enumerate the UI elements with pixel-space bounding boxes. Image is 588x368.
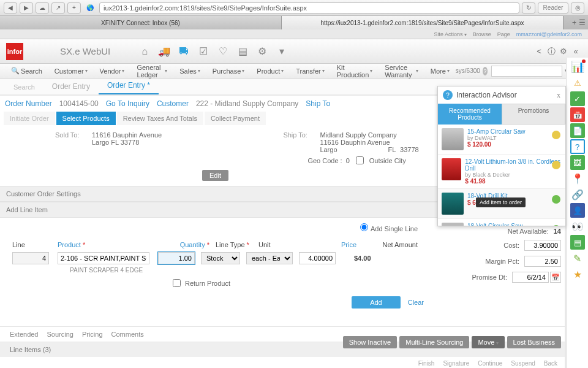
- footer-suspend[interactable]: Suspend: [511, 360, 535, 367]
- menu-purchase[interactable]: Purchase: [206, 67, 251, 75]
- footer-signature[interactable]: Signature: [443, 360, 469, 367]
- workspace-search[interactable]: Search: [5, 80, 43, 94]
- menu-warranty[interactable]: Service Warranty: [379, 64, 424, 79]
- rail-check-icon[interactable]: ✓: [570, 91, 585, 106]
- menu-product[interactable]: Product: [251, 67, 290, 75]
- lost-business-button[interactable]: Lost Business: [507, 336, 561, 348]
- outside-city-checkbox[interactable]: [356, 156, 364, 164]
- forward-button[interactable]: ▶: [20, 2, 33, 13]
- footer-finish[interactable]: Finish: [418, 360, 435, 367]
- advisor-close-icon[interactable]: x: [557, 91, 560, 100]
- shipto-link[interactable]: Ship To: [306, 99, 330, 108]
- advisor-help-icon[interactable]: ?: [443, 90, 453, 100]
- tool-icon[interactable]: ⚙: [254, 43, 271, 60]
- truck-icon[interactable]: 🚚: [156, 43, 173, 60]
- tab-pricing[interactable]: Pricing: [82, 331, 103, 338]
- info-icon[interactable]: ⓘ: [545, 46, 557, 57]
- rail-alert-icon[interactable]: ⚠: [570, 75, 585, 90]
- home-icon[interactable]: ⌂: [136, 43, 153, 60]
- cloud-icon[interactable]: ☁: [36, 2, 49, 13]
- margin-input[interactable]: [524, 256, 561, 267]
- col-product[interactable]: Product *: [58, 241, 158, 248]
- url-bar[interactable]: iux2013-1.gdeinfor2.com:1819/sites/Site9…: [99, 2, 519, 13]
- rail-contact-icon[interactable]: 👤: [570, 203, 585, 218]
- tab-comments[interactable]: Comments: [111, 331, 144, 338]
- menu-customer[interactable]: Customer: [48, 67, 94, 75]
- search-menu[interactable]: 🔍 Search: [5, 67, 48, 75]
- price-input[interactable]: [299, 252, 336, 264]
- col-qty[interactable]: Quantity *: [158, 241, 209, 248]
- product-input[interactable]: [58, 252, 149, 264]
- step-payment[interactable]: Collect Payment: [205, 112, 266, 125]
- linetype-select[interactable]: Stock: [201, 252, 240, 264]
- sp-page[interactable]: Page: [497, 31, 510, 37]
- tab-sourcing[interactable]: Sourcing: [47, 331, 73, 338]
- move-button[interactable]: Move: [472, 336, 504, 348]
- step-select-products[interactable]: Select Products: [56, 112, 116, 125]
- footer-continue[interactable]: Continue: [478, 360, 502, 367]
- goto-inquiry-link[interactable]: Go To Inquiry: [106, 99, 149, 108]
- quick-search-input[interactable]: [491, 66, 562, 77]
- add-button[interactable]: +: [67, 2, 81, 13]
- col-price[interactable]: Price: [307, 241, 356, 248]
- advisor-tab-promotions[interactable]: Promotions: [502, 104, 565, 125]
- rail-doc-icon[interactable]: 📄: [570, 123, 585, 138]
- step-review[interactable]: Review Taxes And Totals: [117, 112, 203, 125]
- sp-user[interactable]: mmazzoni@gdeinfor2.com: [516, 31, 582, 37]
- rail-link-icon[interactable]: 🔗: [570, 187, 585, 202]
- menu-gl[interactable]: General Ledger: [130, 64, 173, 79]
- tab-menu-icon[interactable]: ☰: [579, 18, 586, 27]
- clear-link[interactable]: Clear: [408, 299, 424, 306]
- advisor-tab-recommended[interactable]: Recommended Products: [438, 104, 502, 125]
- show-inactive-button[interactable]: Show Inactive: [343, 336, 397, 348]
- add-button[interactable]: Add: [352, 296, 401, 309]
- heart-icon[interactable]: ♡: [214, 43, 232, 60]
- task-icon[interactable]: ☑: [195, 43, 212, 60]
- customer-link[interactable]: Customer: [157, 99, 189, 108]
- rail-edit-icon[interactable]: ✎: [570, 251, 585, 266]
- add-single-line-radio[interactable]: Add Single Line: [357, 221, 418, 232]
- calendar-icon[interactable]: 📅: [550, 272, 561, 283]
- menu-vendor[interactable]: Vendor: [94, 67, 131, 75]
- step-initiate[interactable]: Initiate Order: [4, 112, 55, 125]
- rail-calendar-icon[interactable]: 📅: [570, 107, 585, 122]
- unit-select[interactable]: each - Each: [246, 252, 293, 264]
- rail-star-icon[interactable]: ★: [570, 267, 585, 282]
- browser-tab[interactable]: https://iux2013-1.gdeinfor2.com:1819/sit…: [282, 16, 564, 29]
- rail-binoculars-icon[interactable]: 👀: [570, 219, 585, 234]
- quantity-input[interactable]: [158, 252, 195, 264]
- menu-kit[interactable]: Kit Production: [331, 64, 379, 79]
- advisor-item[interactable]: 18-Volt Circular Saw: [438, 219, 565, 226]
- share-icon[interactable]: ↗: [51, 2, 65, 13]
- advisor-item[interactable]: 12-Volt Lithium-Ion 3/8 in. Cordless Dri…: [438, 155, 565, 189]
- tab-order-entry-active[interactable]: Order Entry *: [99, 77, 159, 94]
- tab-add-icon[interactable]: +: [572, 18, 576, 27]
- rail-list-icon[interactable]: ▤: [570, 235, 585, 250]
- rail-chart-icon[interactable]: 📊: [570, 59, 585, 74]
- advisor-item[interactable]: 18-Volt Drill Kit$ 69.99 Add item to ord…: [438, 189, 565, 219]
- return-checkbox[interactable]: [173, 279, 181, 287]
- reader-button[interactable]: Reader: [538, 2, 568, 13]
- sp-browse[interactable]: Browse: [473, 31, 491, 37]
- menu-more[interactable]: More: [424, 67, 456, 75]
- rail-help-icon[interactable]: ?: [570, 139, 585, 154]
- menu-transfer[interactable]: Transfer: [290, 67, 331, 75]
- rail-pin-icon[interactable]: 📍: [570, 171, 585, 186]
- reload-button[interactable]: ↻: [522, 2, 535, 13]
- footer-back[interactable]: Back: [544, 360, 557, 367]
- share-icon[interactable]: <: [533, 47, 545, 56]
- collapse-icon[interactable]: «: [570, 47, 582, 56]
- gear-icon[interactable]: ⚙: [557, 47, 570, 56]
- menu-sales[interactable]: Sales: [173, 67, 206, 75]
- chart-icon[interactable]: ▤: [234, 43, 251, 60]
- promise-input[interactable]: [512, 272, 549, 283]
- menu-caret-icon[interactable]: ▾: [273, 43, 290, 60]
- line-input[interactable]: [12, 252, 49, 264]
- rail-image-icon[interactable]: 🖼: [570, 155, 585, 170]
- downloads-icon[interactable]: ◎: [571, 2, 584, 13]
- tab-order-entry[interactable]: Order Entry: [43, 79, 99, 94]
- site-actions[interactable]: Site Actions: [434, 31, 467, 37]
- back-button[interactable]: ◀: [4, 2, 17, 13]
- browser-tab[interactable]: XFINITY Connect: Inbox (56): [0, 16, 282, 29]
- cost-input[interactable]: [524, 240, 561, 251]
